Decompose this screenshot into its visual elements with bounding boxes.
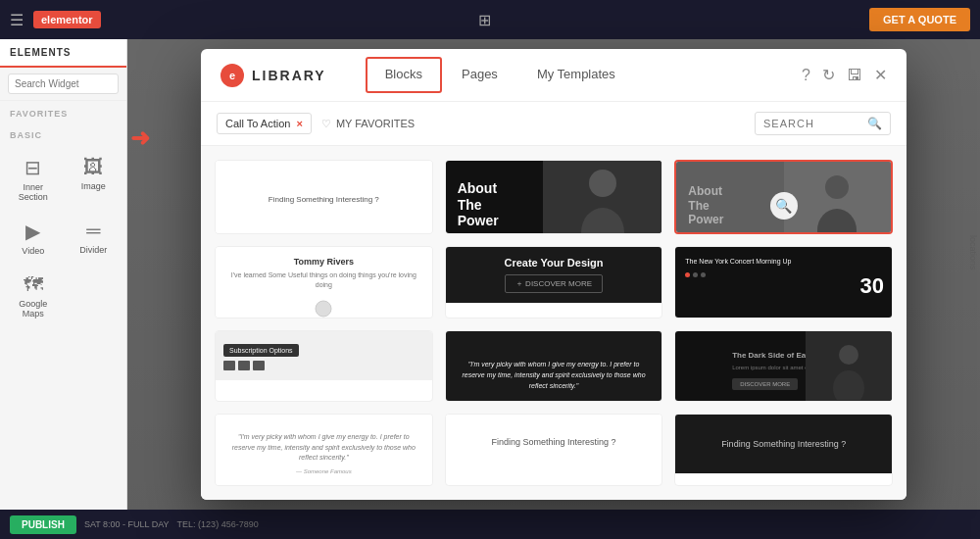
status-text: SAT 8:00 - FULL DAY: [84, 519, 170, 529]
card-content: "I'm very picky with whom I give my ener…: [216, 415, 432, 486]
about-photo: [543, 161, 662, 234]
modal-title: LIBRARY: [252, 68, 326, 83]
save-icon[interactable]: 🖫: [847, 67, 862, 84]
template-card[interactable]: Create Your Design ＋ DISCOVER MORE: [445, 246, 663, 318]
card-content: Finding Something Interesting ?: [446, 415, 662, 468]
modal-overlay: e LIBRARY Blocks Pages My Templates: [127, 39, 980, 510]
dot: [693, 272, 698, 277]
sub-controls: [223, 361, 424, 370]
favorites-button[interactable]: ♡ MY FAVORITES: [321, 118, 415, 130]
svg-point-0: [589, 170, 616, 197]
sidebar-item-label: Divider: [79, 245, 107, 255]
about-text: AboutThePower: [458, 180, 499, 229]
dot: [685, 272, 690, 277]
person-svg: [829, 341, 868, 400]
heart-icon: ♡: [321, 118, 331, 130]
subscription-label: Subscription Options: [223, 344, 299, 357]
card-content: Finding Something Interesting ?: [216, 161, 432, 234]
create-heading: Create Your Design: [504, 257, 603, 269]
elements-tab[interactable]: ELEMENTS: [0, 39, 126, 68]
search-container: 🔍: [755, 112, 891, 135]
search-input[interactable]: [763, 118, 861, 129]
person-svg: [573, 164, 632, 234]
sidebar-items-grid: ⊟ Inner Section 🖼 Image ▶ Video ═ Divide…: [0, 144, 126, 330]
filter-remove-icon[interactable]: ×: [296, 118, 302, 129]
sub-ctrl: [253, 361, 265, 370]
create-btn[interactable]: ＋ DISCOVER MORE: [505, 274, 603, 293]
card-content: The New York Concert Morning Up 30: [675, 247, 892, 318]
quote-text: "I'm very picky with whom I give my ener…: [227, 432, 420, 464]
template-card[interactable]: AboutThePower: [445, 160, 663, 234]
hamburger-icon[interactable]: ☰: [10, 11, 24, 29]
card-image: [229, 297, 418, 318]
concert-dots: [685, 272, 882, 277]
about-heading: AboutThePower: [458, 180, 499, 229]
concert-number: 30: [860, 273, 884, 299]
modal-header: e LIBRARY Blocks Pages My Templates: [201, 49, 906, 102]
search-input[interactable]: [8, 74, 119, 94]
refresh-icon[interactable]: ↻: [822, 66, 835, 84]
author-text: — Someone Famous: [227, 467, 420, 476]
card-content: Tommy Rivers I've learned Some Useful th…: [216, 247, 432, 318]
template-card[interactable]: Finding Something Interesting ?: [674, 414, 893, 486]
template-card[interactable]: "I'm very picky with whom I give my ener…: [445, 330, 663, 403]
tab-pages[interactable]: Pages: [442, 57, 517, 93]
favorites-label: MY FAVORITES: [336, 118, 415, 129]
sidebar-item-google-maps[interactable]: 🗺 Google Maps: [4, 266, 63, 326]
template-card[interactable]: Finding Something Interesting ?: [445, 414, 663, 486]
get-quote-button[interactable]: GET A QUOTE: [869, 8, 970, 31]
modal-tabs: Blocks Pages My Templates: [366, 57, 635, 93]
dot: [701, 272, 706, 277]
card-hover-overlay: 🔍: [676, 162, 891, 234]
editor-background: ☰ elementor ⊞ GET A QUOTE ELEMENTS FAVOR…: [0, 0, 980, 539]
template-card-highlighted[interactable]: AboutThePower 🔍: [674, 160, 893, 234]
template-card[interactable]: Tommy Rivers I've learned Some Useful th…: [215, 246, 433, 318]
card-content: AboutThePower 🔍: [676, 162, 891, 234]
quote-container: "I'm very picky with whom I give my ener…: [227, 432, 420, 476]
card-name: Tommy Rivers: [229, 257, 418, 267]
template-card[interactable]: The Dark Side of Earth Lorem ipsum dolor…: [674, 330, 893, 403]
sidebar-item-inner-section[interactable]: ⊟ Inner Section: [4, 148, 63, 210]
grid-icon[interactable]: ⊞: [478, 11, 491, 29]
filter-tag-label: Call To Action: [225, 118, 290, 129]
help-icon[interactable]: ?: [802, 67, 810, 84]
sub-ctrl: [238, 361, 250, 370]
template-card[interactable]: The New York Concert Morning Up 30: [674, 246, 893, 318]
close-icon[interactable]: ✕: [874, 66, 887, 84]
card-content: Subscription Options: [216, 331, 432, 380]
template-card[interactable]: "I'm very picky with whom I give my ener…: [215, 414, 433, 486]
phone-text: TEL: (123) 456-7890: [177, 519, 259, 529]
person-sketch-svg: [309, 297, 338, 318]
svg-point-1: [581, 208, 624, 234]
top-bar: ☰ elementor ⊞ GET A QUOTE: [0, 0, 980, 39]
template-card[interactable]: Finding Something Interesting ?: [215, 160, 433, 234]
quote-text: "I'm very picky with whom I give my ener…: [460, 359, 649, 392]
zoom-icon: 🔍: [770, 192, 798, 220]
publish-button[interactable]: PUBLISH: [10, 515, 76, 534]
svg-point-4: [316, 301, 331, 317]
template-grid: Finding Something Interesting ? AboutThe…: [201, 146, 906, 500]
favorites-label: FAVORITES: [0, 101, 126, 122]
bottom-bar: PUBLISH SAT 8:00 - FULL DAY TEL: (123) 4…: [0, 510, 980, 539]
sidebar-item-label: Video: [22, 246, 44, 256]
video-icon: ▶: [25, 220, 40, 243]
sidebar-item-image[interactable]: 🖼 Image: [65, 148, 123, 210]
search-icon[interactable]: 🔍: [867, 117, 882, 130]
dark-button[interactable]: DISCOVER MORE: [732, 378, 798, 390]
card-text: Finding Something Interesting ?: [721, 439, 846, 449]
modal-logo: e: [220, 64, 244, 87]
sidebar-search-container: [0, 68, 126, 101]
filter-tag[interactable]: Call To Action ×: [217, 113, 312, 134]
card-content: The Dark Side of Earth Lorem ipsum dolor…: [675, 331, 892, 403]
tab-blocks[interactable]: Blocks: [366, 57, 442, 93]
sidebar-item-video[interactable]: ▶ Video: [4, 212, 63, 264]
svg-point-7: [833, 370, 864, 400]
dark-photo: [806, 331, 892, 403]
card-content: "I'm very picky with whom I give my ener…: [446, 331, 662, 403]
tab-my-templates[interactable]: My Templates: [517, 57, 635, 93]
library-modal: e LIBRARY Blocks Pages My Templates: [201, 49, 906, 500]
card-text: Finding Something Interesting ?: [269, 194, 379, 205]
sidebar-item-divider[interactable]: ═ Divider: [65, 212, 123, 264]
red-arrow: ➜: [130, 124, 150, 152]
template-card[interactable]: Subscription Options: [215, 330, 433, 403]
